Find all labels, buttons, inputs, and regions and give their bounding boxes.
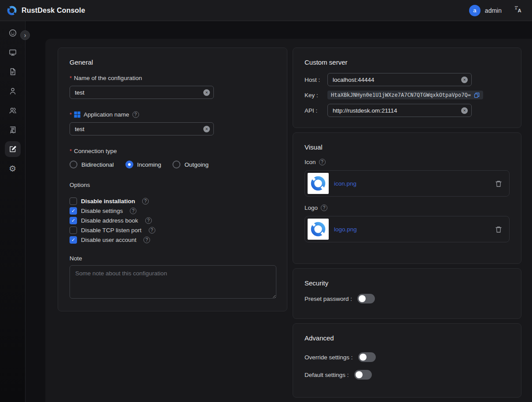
svg-text:A: A	[518, 8, 521, 13]
checkbox-disable-settings[interactable]: ✓ Disable settings ?	[70, 206, 275, 216]
icon-file-link[interactable]: icon.png	[334, 180, 356, 187]
clear-icon[interactable]: ✕	[203, 126, 210, 132]
name-input-wrap: ✕	[70, 86, 214, 99]
radio-icon	[70, 161, 77, 168]
rustdesk-logo-icon	[6, 5, 18, 16]
app-name-input-wrap: ✕	[70, 122, 214, 135]
sidebar-item-groups[interactable]	[5, 102, 21, 118]
note-textarea[interactable]	[70, 265, 276, 299]
clear-icon[interactable]: ✕	[461, 107, 468, 114]
sidebar-item-audit[interactable]	[5, 122, 21, 138]
checkbox-disable-installation[interactable]: Disable installation ?	[70, 196, 275, 206]
required-marker: *	[70, 75, 72, 81]
note-label: Note	[70, 255, 275, 262]
connection-type-group: Bidirectional Incoming Outgoing	[70, 161, 275, 168]
radio-icon	[172, 161, 180, 168]
sidebar-item-settings[interactable]: ⚙	[5, 161, 21, 176]
options-list: Disable installation ? ✓ Disable setting…	[70, 196, 275, 245]
checkbox-disable-tcp-listen-port[interactable]: Disable TCP listen port ?	[70, 225, 275, 235]
checkbox-disable-user-account[interactable]: ✓ Disable user account ?	[70, 235, 275, 245]
document-search-icon	[8, 125, 17, 134]
override-settings-toggle[interactable]	[358, 352, 376, 362]
chevron-right-icon: ›	[24, 32, 26, 38]
sidebar-item-users[interactable]	[5, 83, 21, 99]
advanced-card: Advanced Override settings : Default set…	[293, 323, 521, 398]
sidebar-item-devices[interactable]	[5, 44, 21, 60]
logo-file-link[interactable]: logo.png	[334, 226, 357, 233]
host-input[interactable]	[333, 77, 458, 83]
icon-label: Icon ?	[305, 159, 510, 165]
visual-card: Visual Icon ?	[293, 132, 521, 264]
radio-bidirectional[interactable]: Bidirectional	[70, 161, 114, 168]
icon-thumbnail	[308, 173, 329, 194]
radio-icon	[125, 161, 133, 168]
preset-password-label: Preset password :	[305, 296, 352, 302]
custom-server-title: Custom server	[305, 58, 510, 66]
api-label: API :	[305, 107, 327, 114]
sidebar-expand-button[interactable]: ›	[20, 30, 30, 40]
help-icon[interactable]: ?	[145, 217, 152, 224]
custom-server-card: Custom server Host : ✕ Key : HtaXBkJNHy	[293, 48, 521, 128]
help-icon[interactable]: ?	[321, 205, 327, 211]
host-label: Host :	[305, 77, 327, 83]
name-input[interactable]	[75, 89, 200, 96]
connection-type-label: * Connection type	[70, 148, 275, 154]
help-icon[interactable]: ?	[319, 159, 326, 165]
default-settings-toggle[interactable]	[354, 370, 372, 380]
app-name-label: * Application name ?	[70, 111, 275, 118]
key-value-chip: HtaXBkJNHyn0e1U1jWXze7A7CN7QTGWqxkOtpaVp…	[327, 91, 483, 99]
radio-incoming[interactable]: Incoming	[125, 161, 161, 168]
sidebar: ⚙ ›	[0, 21, 26, 402]
avatar[interactable]: a	[469, 5, 481, 16]
user-icon	[8, 87, 17, 95]
sidebar-item-documents[interactable]	[5, 64, 21, 80]
checkbox-icon: ✓	[70, 217, 77, 224]
logo-label: Logo ?	[305, 205, 510, 211]
smiley-icon	[8, 29, 17, 37]
checkbox-disable-address-book[interactable]: ✓ Disable address book ?	[70, 216, 275, 225]
gear-icon: ⚙	[9, 164, 16, 173]
copy-icon[interactable]	[474, 92, 480, 98]
security-card: Security Preset password :	[293, 268, 521, 319]
app-title: RustDesk Console	[22, 7, 85, 15]
general-card: General * Name of the configuration ✕ *	[58, 48, 287, 311]
translate-icon[interactable]: x A	[514, 5, 522, 15]
api-input[interactable]	[333, 107, 458, 114]
required-marker: *	[70, 148, 72, 154]
topbar: RustDesk Console a admin x A	[0, 0, 532, 21]
delete-icon[interactable]	[495, 226, 502, 233]
app-name-input[interactable]	[75, 126, 200, 132]
security-title: Security	[305, 279, 510, 287]
preset-password-toggle[interactable]	[357, 294, 375, 303]
api-input-wrap: ✕	[327, 104, 472, 117]
override-settings-label: Override settings :	[305, 354, 353, 361]
name-label: * Name of the configuration	[70, 75, 275, 81]
checkbox-icon: ✓	[70, 236, 77, 244]
clear-icon[interactable]: ✕	[461, 77, 468, 83]
help-icon[interactable]: ?	[149, 227, 155, 234]
sidebar-item-dashboard[interactable]	[5, 25, 21, 41]
clear-icon[interactable]: ✕	[203, 89, 210, 96]
windows-icon	[74, 111, 81, 118]
general-title: General	[70, 58, 275, 66]
help-icon[interactable]: ?	[143, 237, 150, 243]
checkbox-icon: ✓	[70, 207, 77, 215]
username[interactable]: admin	[485, 7, 502, 14]
monitor-icon	[8, 48, 17, 57]
host-input-wrap: ✕	[327, 73, 472, 86]
default-settings-label: Default settings :	[305, 372, 349, 378]
advanced-title: Advanced	[305, 334, 510, 342]
help-icon[interactable]: ?	[142, 198, 149, 205]
checkbox-icon	[70, 227, 77, 234]
delete-icon[interactable]	[495, 180, 502, 187]
users-group-icon	[8, 106, 17, 115]
logo-upload-row: logo.png	[305, 216, 510, 242]
edit-icon	[8, 145, 17, 153]
help-icon[interactable]: ?	[130, 208, 136, 214]
sidebar-item-custom-client[interactable]	[5, 141, 21, 157]
key-label: Key :	[305, 92, 327, 99]
help-icon[interactable]: ?	[132, 111, 139, 118]
icon-upload-row: icon.png	[305, 170, 510, 197]
required-marker: *	[70, 111, 72, 118]
radio-outgoing[interactable]: Outgoing	[172, 161, 209, 168]
